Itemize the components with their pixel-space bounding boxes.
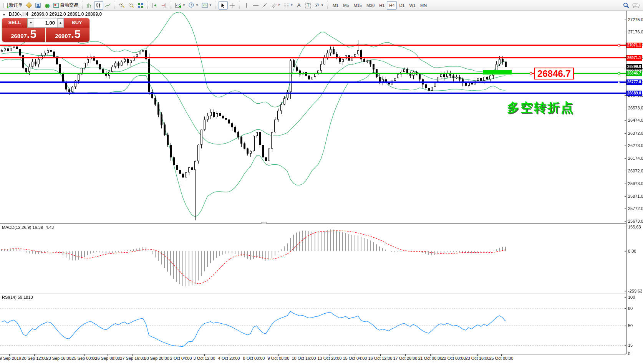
splitter-handle[interactable] xyxy=(261,222,267,224)
strategy-tester-button[interactable] xyxy=(33,1,43,10)
zoom-in-icon xyxy=(119,2,125,8)
time-tick-mark xyxy=(380,354,381,356)
templates-button[interactable]: ▼ xyxy=(200,1,214,10)
tab-timeframe-d1[interactable]: D1 xyxy=(397,1,407,10)
tile-windows-icon xyxy=(138,3,144,8)
tab-timeframe-m5[interactable]: M5 xyxy=(341,1,351,10)
crosshair-button[interactable] xyxy=(228,1,237,10)
line-edit-marker[interactable] xyxy=(618,72,620,74)
cursor-button[interactable] xyxy=(219,1,228,10)
time-tick-mark xyxy=(304,354,304,356)
toolbar-grip xyxy=(326,2,329,9)
panel-splitter[interactable] xyxy=(0,223,626,224)
tab-timeframe-m30[interactable]: M30 xyxy=(364,1,377,10)
fibonacci-button[interactable]: F xyxy=(282,1,294,10)
price-tick-label: 26573.0 xyxy=(628,106,643,110)
autotrading-button[interactable]: 自动交易 xyxy=(52,1,80,10)
tab-timeframe-m15[interactable]: M15 xyxy=(351,1,364,10)
buy-button[interactable]: BUY xyxy=(64,18,89,28)
tab-timeframe-mn[interactable]: MN xyxy=(418,1,429,10)
main-chart-canvas[interactable] xyxy=(0,11,626,223)
time-tick-mark xyxy=(330,354,330,356)
vertical-line-icon xyxy=(244,3,249,8)
line-chart-icon xyxy=(105,3,111,8)
toolbar-grip xyxy=(146,2,149,9)
tile-windows-button[interactable] xyxy=(136,1,145,10)
price-tick-label: 27176.0 xyxy=(628,30,643,34)
tab-timeframe-w1[interactable]: W1 xyxy=(407,1,418,10)
chat-button[interactable] xyxy=(631,1,641,10)
time-tick-mark xyxy=(204,354,205,356)
panel-splitter[interactable] xyxy=(0,293,626,294)
text-label-button[interactable]: T xyxy=(303,1,313,10)
buy-price-main: 26907 xyxy=(55,33,71,39)
turning-point-annotation[interactable]: 多空转折点 xyxy=(507,99,574,116)
time-tick-mark xyxy=(108,354,108,356)
line-edit-marker[interactable] xyxy=(618,81,620,83)
dropdown-caret: ▼ xyxy=(196,3,199,7)
time-tick-mark xyxy=(157,354,157,356)
horizontal-line-button[interactable] xyxy=(251,1,260,10)
line-edit-marker[interactable] xyxy=(618,44,620,46)
indicators-icon xyxy=(175,3,181,8)
price-tick-label: 100 xyxy=(628,295,643,299)
time-tick-mark xyxy=(9,354,10,356)
zoom-in-button[interactable] xyxy=(118,1,127,10)
candlestick-chart-button[interactable] xyxy=(94,1,103,10)
volume-down-button[interactable]: ▼ xyxy=(28,18,34,27)
price-line-label: 26846.7 xyxy=(626,71,642,76)
vertical-line-button[interactable] xyxy=(242,1,251,10)
search-button[interactable] xyxy=(621,1,631,10)
new-order-button[interactable]: + 新订单 xyxy=(2,1,24,10)
green-highlight-rectangle[interactable] xyxy=(483,70,512,74)
tab-timeframe-h4[interactable]: H4 xyxy=(387,1,397,10)
time-tick-mark xyxy=(84,354,85,356)
auto-scroll-button[interactable] xyxy=(150,1,159,10)
buy-price[interactable]: 26907 .5 xyxy=(46,28,89,42)
sell-button[interactable]: SELL xyxy=(2,18,27,28)
channel-button[interactable]: E xyxy=(270,1,282,10)
dropdown-caret: ▼ xyxy=(321,3,324,7)
time-axis-line xyxy=(0,354,626,354)
chart-window: ▲ DJ30-,H4 26896.0 26912.0 26891.0 26899… xyxy=(0,11,643,364)
time-tick-mark xyxy=(454,354,454,356)
signals-button[interactable]: ◉ xyxy=(43,1,52,10)
price-tick-label: 0.00 xyxy=(628,249,643,253)
trendline-button[interactable] xyxy=(260,1,270,10)
time-tick-mark xyxy=(254,354,254,356)
time-tick-mark xyxy=(229,354,229,356)
volume-up-button[interactable]: ▲ xyxy=(57,18,64,27)
macd-panel-canvas[interactable] xyxy=(0,224,626,293)
sell-price[interactable]: 26897 .5 xyxy=(2,28,45,42)
price-tick-label: 25772.0 xyxy=(628,206,643,211)
indicators-button[interactable]: ▼ xyxy=(174,1,187,10)
trendline-icon xyxy=(262,3,268,8)
text-icon: A xyxy=(297,2,301,8)
text-button[interactable]: A xyxy=(294,1,303,10)
bar-chart-button[interactable] xyxy=(85,1,94,10)
volume-value[interactable]: 1.00 xyxy=(34,18,57,27)
arrows-button[interactable]: ▼ xyxy=(313,1,325,10)
time-tick-mark xyxy=(181,354,181,356)
panel-collapse-icon[interactable]: ▲ xyxy=(2,12,6,16)
periods-button[interactable]: ▼ xyxy=(187,1,200,10)
chart-shift-button[interactable] xyxy=(159,1,169,10)
dropdown-caret: ▼ xyxy=(182,3,186,7)
price-tick-label: 26072.0 xyxy=(628,169,643,173)
price-callout-box[interactable]: 26846.7 xyxy=(534,68,574,79)
price-tick-label: 15 xyxy=(628,343,643,347)
time-tick-mark xyxy=(501,354,502,356)
line-chart-button[interactable] xyxy=(103,1,113,10)
autotrading-icon xyxy=(53,3,59,8)
main-toolbar: + 新订单 ◉ 自动交易 ▼ ▼ ▼ E F A T ▼ M1 M5 M15 M… xyxy=(0,0,643,11)
tab-timeframe-m1[interactable]: M1 xyxy=(330,1,341,10)
quotes-button[interactable] xyxy=(24,1,33,10)
rsi-panel-canvas[interactable] xyxy=(0,294,626,354)
zoom-out-button[interactable] xyxy=(127,1,136,10)
person-icon xyxy=(35,3,41,8)
tab-timeframe-h1[interactable]: H1 xyxy=(377,1,387,10)
fibonacci-icon xyxy=(283,3,290,8)
fibo-letter: F xyxy=(291,3,293,7)
toolbar-grip xyxy=(81,2,84,9)
price-line-label: 26689.0 xyxy=(626,91,642,96)
